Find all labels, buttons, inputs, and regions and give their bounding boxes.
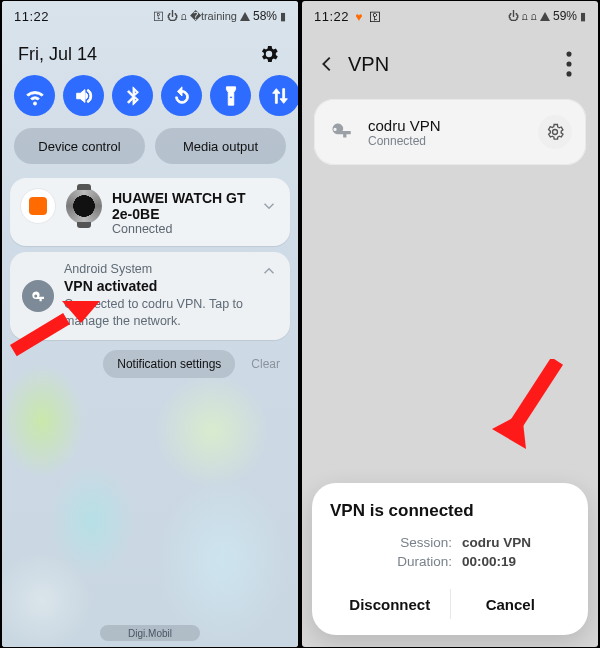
gear-icon [545,122,565,142]
svg-rect-6 [511,359,563,427]
notif2-title: VPN activated [64,278,250,294]
notif2-head: Android System [64,262,250,276]
notification-settings-label: Notification settings [117,357,221,371]
settings-button[interactable] [256,41,282,67]
vpn-status: Connected [368,134,524,148]
notification-settings-button[interactable]: Notification settings [103,350,235,378]
more-vertical-icon [552,47,586,81]
status-left: 11:22 ♥ ⚿ [314,9,381,24]
rotate-toggle[interactable] [161,75,202,116]
cancel-label: Cancel [486,596,535,613]
session-value: codru VPN [462,535,531,550]
wifi-icon: ⩍ [531,10,537,22]
session-label: Session: [384,535,452,550]
shade-date: Fri, Jul 14 [18,44,97,65]
volte-icon: ⩍ [522,10,528,22]
media-output-button[interactable]: Media output [155,128,286,164]
notif1-title: HUAWEI WATCH GT 2e-0BE [112,190,250,222]
disconnect-button[interactable]: Disconnect [330,579,450,629]
page-title: VPN [348,53,552,76]
more-button[interactable] [552,47,586,81]
notification-vpn[interactable]: Android System VPN activated Connected t… [10,252,290,340]
signal-icon [240,10,250,22]
volte-icon: ⩍ [181,10,187,22]
android-system-icon [22,280,54,312]
battery-icon: ▮ [580,10,586,23]
vpn-name: codru VPN [368,117,524,134]
notification-huawei[interactable]: HUAWEI WATCH GT 2e-0BE Connected [10,178,290,246]
chevron-left-icon [316,53,338,75]
svg-point-4 [566,71,571,76]
status-icons: ⚿ ⏻ ⩍ �training 58% ▮ [153,9,286,23]
device-control-button[interactable]: Device control [14,128,145,164]
sound-toggle[interactable] [63,75,104,116]
wifi-toggle[interactable] [14,75,55,116]
key-icon [29,287,47,305]
notif2-body: Connected to codru VPN. Tap to manage th… [64,296,250,330]
battery-icon: ▮ [280,10,286,23]
flashlight-icon [220,85,242,107]
cancel-button[interactable]: Cancel [451,579,571,629]
dialog-title: VPN is connected [330,501,570,521]
bluetooth-icon [122,85,144,107]
status-icons: ⏻ ⩍ ⩍ 59% ▮ [508,9,586,23]
svg-point-3 [566,61,571,66]
svg-point-2 [566,52,571,57]
status-time: 11:22 [314,9,349,24]
wifi-icon [24,85,46,107]
heart-icon: ♥ [355,10,363,24]
clear-label: Clear [251,357,280,371]
nfc-icon: ⏻ [508,10,519,22]
status-time: 11:22 [14,9,49,24]
updown-icon [269,85,291,107]
back-button[interactable] [310,47,344,81]
notif1-subtitle: Connected [112,222,278,236]
huawei-app-icon [20,188,56,224]
quick-settings-row [2,69,298,124]
wifi-icon: �training [190,10,237,23]
vpn-key-icon: ⚿ [369,10,382,24]
gear-icon [258,43,280,65]
signal-icon [540,10,550,22]
sound-icon [73,85,95,107]
media-output-label: Media output [183,139,258,154]
device-control-label: Device control [38,139,120,154]
carrier-pill: Digi.Mobil [100,625,200,641]
bluetooth-toggle[interactable] [112,75,153,116]
svg-marker-7 [492,413,526,449]
vpn-settings-button[interactable] [538,115,572,149]
status-bar: 11:22 ♥ ⚿ ⏻ ⩍ ⩍ 59% ▮ [302,1,598,31]
svg-point-5 [553,130,558,135]
vpn-key-icon [328,117,354,147]
battery-percent: 58% [253,9,277,23]
status-bar: 11:22 ⚿ ⏻ ⩍ �training 58% ▮ [2,1,298,31]
chevron-down-icon[interactable] [260,197,278,215]
duration-label: Duration: [384,554,452,569]
chevron-up-icon[interactable] [260,262,278,280]
watch-image-icon [66,188,102,224]
data-toggle[interactable] [259,75,298,116]
carrier-label: Digi.Mobil [128,628,172,639]
annotation-arrow [482,359,582,459]
disconnect-label: Disconnect [349,596,430,613]
nfc-icon: ⏻ [167,10,178,22]
vpn-key-icon: ⚿ [153,10,164,22]
clear-button[interactable]: Clear [245,350,286,378]
flashlight-toggle[interactable] [210,75,251,116]
duration-value: 00:00:19 [462,554,516,569]
rotate-icon [171,85,193,107]
vpn-dialog: VPN is connected Session: codru VPN Dura… [312,483,588,635]
vpn-item[interactable]: codru VPN Connected [314,99,586,165]
battery-percent: 59% [553,9,577,23]
